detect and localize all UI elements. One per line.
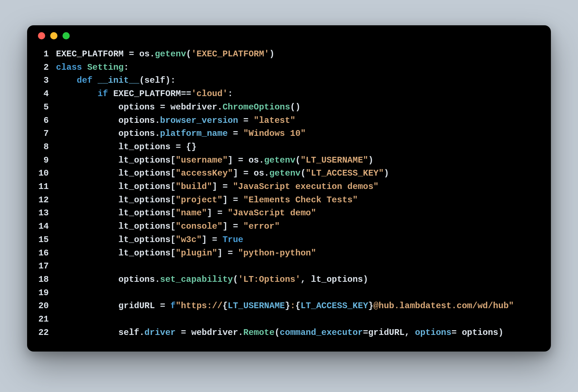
code-token: 'cloud' [191,89,228,99]
code-editor-window: 1EXEC_PLATFORM = os.getenv('EXEC_PLATFOR… [27,25,551,352]
line-number: 21 [27,313,56,326]
close-icon[interactable] [38,32,45,39]
code-content[interactable]: lt_options["username"] = os.getenv("LT_U… [56,154,551,167]
code-token: ): [165,76,176,85]
code-line[interactable]: 19 [27,287,551,300]
code-line[interactable]: 6 options.browser_version = "latest" [27,114,551,128]
code-token: lt_options[ [56,221,176,231]
minimize-icon[interactable] [50,32,57,39]
code-line[interactable]: 12 lt_options["project"] = "Elements Che… [27,194,551,207]
code-token: ( [296,155,301,165]
code-content[interactable]: def __init__(self): [56,74,551,87]
code-line[interactable]: 14 lt_options["console"] = "error" [27,220,551,233]
code-line[interactable]: 10 lt_options["accessKey"] = os.getenv("… [27,167,551,180]
line-number: 18 [27,273,56,287]
code-line[interactable]: 18 options.set_capability('LT:Options', … [27,273,551,287]
code-token: getenv [269,168,301,178]
code-token: ] = [202,235,223,245]
code-content[interactable]: lt_options["accessKey"] = os.getenv("LT_… [56,167,551,180]
code-token: getenv [155,49,186,59]
fullscreen-icon[interactable] [62,32,70,39]
code-content[interactable]: if EXEC_PLATFORM=='cloud': [56,87,551,101]
code-token: driver [144,328,176,337]
code-content[interactable]: self.driver = webdriver.Remote(command_e… [56,326,551,340]
code-token: ( [139,76,144,85]
code-line[interactable]: 1EXEC_PLATFORM = os.getenv('EXEC_PLATFOR… [27,48,551,61]
code-content[interactable] [56,287,551,300]
code-token [82,63,87,72]
code-token: ( [186,49,191,59]
code-line[interactable]: 11 lt_options["build"] = "JavaScript exe… [27,180,551,194]
code-content[interactable]: options.browser_version = "latest" [56,114,551,128]
code-token: ( [301,168,306,178]
code-token: self [144,76,165,85]
code-line[interactable]: 9 lt_options["username"] = os.getenv("LT… [27,154,551,167]
code-token: "plugin" [176,248,217,258]
code-content[interactable]: lt_options["name"] = "JavaScript demo" [56,207,551,220]
code-token [56,261,61,271]
code-token: "python-python" [238,248,316,258]
code-content[interactable]: lt_options["w3c"] = True [56,233,551,247]
code-token: : [124,63,129,72]
code-token: "name" [176,208,207,218]
code-token: = [238,116,254,125]
code-line[interactable]: 5 options = webdriver.ChromeOptions() [27,101,551,114]
code-token: EXEC_PLATFORM== [108,89,191,99]
code-token: ) [368,155,373,165]
code-line[interactable]: 17 [27,260,551,273]
code-token: } [368,301,373,311]
code-line[interactable]: 21 [27,313,551,326]
line-number: 2 [27,61,56,74]
code-content[interactable]: class Setting: [56,61,551,74]
line-number: 9 [27,154,56,167]
code-content[interactable]: options.set_capability('LT:Options', lt_… [56,273,551,287]
line-number: 3 [27,74,56,87]
code-line[interactable]: 8 lt_options = {} [27,141,551,154]
code-content[interactable] [56,260,551,273]
line-number: 22 [27,326,56,340]
code-token: f [171,301,176,311]
code-content[interactable]: lt_options["build"] = "JavaScript execut… [56,180,551,194]
code-token: "w3c" [176,235,202,245]
code-content[interactable]: options = webdriver.ChromeOptions() [56,101,551,114]
code-line[interactable]: 3 def __init__(self): [27,74,551,87]
code-content[interactable]: gridURL = f"https://{LT_USERNAME}:{LT_AC… [56,300,551,313]
code-line[interactable]: 22 self.driver = webdriver.Remote(comman… [27,326,551,340]
code-token: lt_options[ [56,168,176,178]
code-content[interactable]: lt_options["project"] = "Elements Check … [56,194,551,207]
code-line[interactable]: 16 lt_options["plugin"] = "python-python… [27,247,551,260]
code-token: { [223,301,228,311]
code-token: } [285,301,290,311]
code-content[interactable]: EXEC_PLATFORM = os.getenv('EXEC_PLATFORM… [56,48,551,61]
code-token: = webdriver. [176,328,243,337]
code-token: options. [56,275,160,284]
code-content[interactable]: lt_options["console"] = "error" [56,220,551,233]
line-number: 7 [27,127,56,141]
code-token: lt_options[ [56,208,176,218]
code-token: options. [56,116,160,125]
code-token: =gridURL, [363,328,415,337]
window-titlebar [27,25,551,46]
code-content[interactable] [56,313,551,326]
code-line[interactable]: 20 gridURL = f"https://{LT_USERNAME}:{LT… [27,300,551,313]
line-number: 20 [27,300,56,313]
code-line[interactable]: 13 lt_options["name"] = "JavaScript demo… [27,207,551,220]
code-token: 'EXEC_PLATFORM' [191,49,269,59]
code-line[interactable]: 4 if EXEC_PLATFORM=='cloud': [27,87,551,101]
code-content[interactable]: lt_options = {} [56,141,551,154]
code-token: ] = [207,208,228,218]
code-area[interactable]: 1EXEC_PLATFORM = os.getenv('EXEC_PLATFOR… [27,46,551,339]
code-token: platform_name [160,129,228,138]
code-line[interactable]: 15 lt_options["w3c"] = True [27,233,551,247]
code-token: , lt_options) [301,275,368,284]
code-token: __init__ [98,76,139,85]
code-content[interactable]: lt_options["plugin"] = "python-python" [56,247,551,260]
code-line[interactable]: 7 options.platform_name = "Windows 10" [27,127,551,141]
code-token: self. [56,328,144,337]
code-token: True [223,235,243,245]
code-token: () [290,102,301,112]
code-line[interactable]: 2class Setting: [27,61,551,74]
code-token: options = webdriver. [56,102,223,112]
code-content[interactable]: options.platform_name = "Windows 10" [56,127,551,141]
code-token: class [56,63,82,72]
